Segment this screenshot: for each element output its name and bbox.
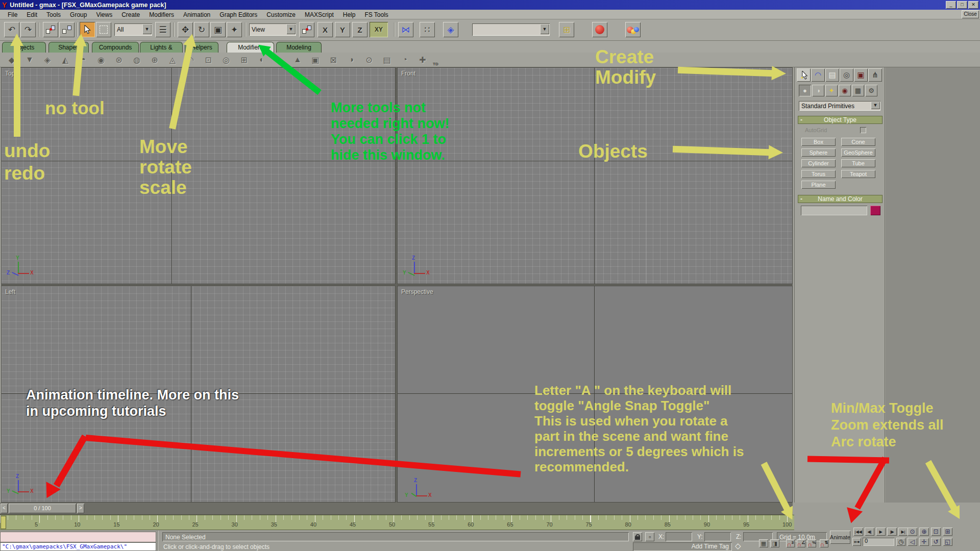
maxscript-listener-field[interactable]: "C:\gmax\gamepacks\FSX_GMaxGamepack\" bbox=[0, 542, 156, 551]
animate-button[interactable]: Animate bbox=[830, 531, 850, 544]
minmax-toggle-button[interactable]: ◱ bbox=[943, 538, 952, 546]
restrict-z-button[interactable]: Z bbox=[352, 22, 368, 37]
time-slider[interactable]: 0 / 100 bbox=[9, 504, 76, 513]
viewport-front[interactable]: Front Z X Y bbox=[397, 67, 793, 284]
menu-item[interactable]: File bbox=[3, 11, 22, 18]
modifier-tool-icon[interactable]: ⊠ bbox=[327, 54, 340, 66]
primitive-button-torus[interactable]: Torus bbox=[801, 170, 836, 178]
modifier-tool-icon[interactable]: ✚ bbox=[416, 54, 429, 66]
use-center-button[interactable] bbox=[299, 22, 314, 37]
menu-item[interactable]: Tools bbox=[42, 11, 65, 18]
material-editor-button[interactable] bbox=[592, 22, 607, 37]
selection-region-button[interactable] bbox=[96, 22, 111, 37]
transport-button[interactable]: ◀| bbox=[865, 528, 874, 536]
tab-utilities[interactable]: ⋔ bbox=[868, 68, 882, 82]
restrict-xy-plane-button[interactable]: XY bbox=[370, 22, 388, 37]
arc-rotate-button[interactable]: ↺ bbox=[931, 538, 941, 546]
array-button[interactable]: ∷ bbox=[420, 22, 435, 37]
menu-item[interactable]: Create bbox=[117, 11, 144, 18]
snap-toggle-button[interactable]: ◈ bbox=[443, 22, 458, 37]
selection-lock-button[interactable] bbox=[633, 532, 642, 541]
reference-coordinate-dropdown[interactable]: View▼ bbox=[249, 23, 296, 36]
zoom-button[interactable]: ⊙ bbox=[908, 528, 917, 536]
close-button[interactable]: ✕ bbox=[968, 1, 978, 9]
subtab-shapes[interactable]: ◑ bbox=[812, 85, 824, 96]
workspace-tab[interactable]: Modeling bbox=[276, 42, 322, 53]
rollout-collapse-icon[interactable]: - bbox=[800, 116, 802, 123]
zoom-all-button[interactable]: ⊕ bbox=[919, 528, 929, 536]
object-color-swatch[interactable] bbox=[870, 206, 880, 215]
pan-button[interactable]: ✛ bbox=[919, 538, 929, 546]
macro-recorder-field[interactable] bbox=[0, 532, 156, 542]
modifier-tool-icon[interactable]: ▤ bbox=[380, 54, 394, 66]
select-and-link-button[interactable] bbox=[43, 22, 58, 37]
primitive-category-dropdown[interactable]: Standard Primitives ▼ bbox=[799, 101, 880, 111]
mirror-button[interactable]: ⋈ bbox=[398, 22, 413, 37]
autogrid-checkbox[interactable] bbox=[860, 127, 866, 133]
time-prev-button[interactable]: < bbox=[1, 504, 8, 513]
percent-snap-toggle[interactable]: ∩% bbox=[807, 539, 816, 547]
primitive-button-plane[interactable]: Plane bbox=[801, 181, 836, 189]
workspace-tab[interactable]: Compounds bbox=[92, 42, 139, 53]
unlink-selection-button[interactable] bbox=[59, 22, 75, 37]
tab-create[interactable] bbox=[797, 68, 811, 82]
select-by-name-button[interactable]: ☰ bbox=[155, 22, 170, 37]
modifier-tool-icon[interactable]: ⊞ bbox=[237, 54, 251, 66]
name-color-rollout[interactable]: - Name and Color bbox=[798, 195, 883, 203]
subtab-geometry[interactable]: ● bbox=[799, 85, 811, 96]
modifier-tool-icon[interactable]: ◑ bbox=[345, 54, 358, 66]
modifier-tool-icon[interactable]: ⊛ bbox=[112, 54, 126, 66]
subtab-helpers[interactable]: ▦ bbox=[852, 85, 864, 96]
transport-button[interactable]: ▶ bbox=[876, 528, 886, 536]
object-name-input[interactable] bbox=[801, 206, 867, 215]
subtab-lights[interactable]: ✦ bbox=[825, 85, 838, 96]
track-bar-handle[interactable] bbox=[1, 516, 6, 529]
coord-y-field[interactable] bbox=[704, 532, 731, 541]
absolute-offset-toggle[interactable]: ◦ bbox=[645, 532, 654, 541]
restrict-y-button[interactable]: Y bbox=[335, 22, 350, 37]
menu-item[interactable]: FS Tools bbox=[360, 11, 393, 18]
time-tag-field[interactable]: Add Time Tag bbox=[633, 542, 732, 551]
modifier-tool-icon[interactable]: ◬ bbox=[166, 54, 179, 66]
time-next-button[interactable]: > bbox=[77, 504, 84, 513]
track-bar-ruler[interactable]: 5101520253035404550556065707580859095100 bbox=[0, 515, 794, 530]
time-configuration-button[interactable]: ◷ bbox=[896, 538, 905, 546]
transport-button[interactable]: |◀◀ bbox=[853, 528, 863, 536]
angle-snap-toggle[interactable]: ∩∠ bbox=[797, 539, 805, 547]
modifier-tool-icon[interactable]: ⊕ bbox=[148, 54, 161, 66]
modifier-tool-icon[interactable]: ▣ bbox=[309, 54, 322, 66]
zoom-extents-button[interactable]: ⊡ bbox=[931, 528, 941, 536]
rollout-collapse-icon[interactable]: - bbox=[800, 195, 802, 203]
primitive-button-geosphere[interactable]: GeoSphere bbox=[841, 148, 875, 157]
restrict-x-button[interactable]: X bbox=[317, 22, 333, 37]
menu-item[interactable]: Edit bbox=[22, 11, 42, 18]
open-schematic-button[interactable]: ◨ bbox=[770, 539, 779, 547]
subtab-spacewarps[interactable]: ⚙ bbox=[865, 85, 877, 96]
dropdown-arrow-icon[interactable]: ▼ bbox=[871, 102, 880, 109]
object-type-rollout[interactable]: - Object Type bbox=[798, 116, 883, 124]
primitive-button-cone[interactable]: Cone bbox=[841, 138, 875, 146]
select-and-scale-button[interactable]: ▣ bbox=[210, 22, 226, 37]
menu-item[interactable]: Group bbox=[65, 11, 91, 18]
modifier-tool-icon[interactable]: ◔ bbox=[398, 54, 411, 66]
time-slider-track[interactable]: < 0 / 100 > bbox=[0, 503, 793, 515]
menu-item[interactable]: MAXScript bbox=[300, 11, 338, 18]
menu-item[interactable]: Animation bbox=[179, 11, 215, 18]
named-selection-dropdown[interactable]: ▼ bbox=[472, 23, 550, 36]
menu-item[interactable]: Customize bbox=[262, 11, 300, 18]
modifier-tool-icon[interactable]: ◎ bbox=[219, 54, 233, 66]
spinner-snap-toggle[interactable]: ∩⇅ bbox=[820, 539, 828, 547]
workspace-tab[interactable]: Lights & Cameras bbox=[140, 42, 183, 53]
render-button[interactable] bbox=[625, 22, 641, 37]
minimize-button[interactable]: _ bbox=[946, 1, 956, 9]
coord-x-field[interactable] bbox=[666, 532, 692, 541]
selection-filter-dropdown[interactable]: All▼ bbox=[114, 23, 152, 36]
primitive-button-tube[interactable]: Tube bbox=[841, 159, 875, 167]
menu-item[interactable]: Modifiers bbox=[144, 11, 179, 18]
transport-button[interactable]: ▶| bbox=[898, 528, 908, 536]
dropdown-arrow-icon[interactable]: ▼ bbox=[142, 24, 152, 34]
tab-display[interactable]: ▣ bbox=[854, 68, 868, 82]
modifier-tool-icon[interactable]: ▲ bbox=[291, 54, 304, 66]
tab-hierarchy[interactable]: ▤ bbox=[825, 68, 839, 82]
coord-z-field[interactable] bbox=[743, 532, 773, 541]
